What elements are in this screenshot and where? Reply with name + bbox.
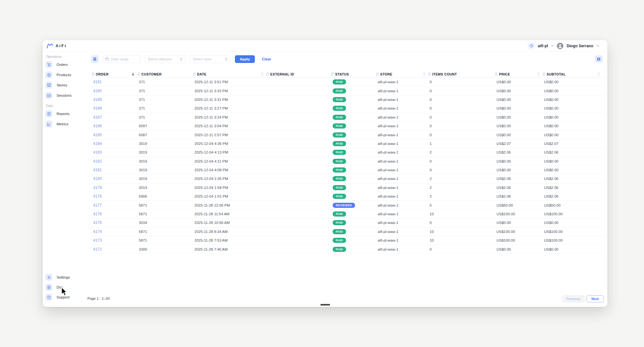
cell-date: 2025-12-11 3:31 PM	[192, 98, 265, 102]
order-link[interactable]: 4177	[93, 203, 102, 208]
org-selector[interactable]: aifi-pl	[538, 44, 548, 48]
scroll-indicator[interactable]	[320, 304, 330, 306]
cell-date: 2025-12-11 3:04 PM	[192, 124, 265, 128]
sidebar-item-settings[interactable]: Settings	[45, 274, 70, 281]
order-link[interactable]: 4188	[93, 106, 102, 111]
table-row[interactable]: 4181 3019 2025-12-04 4:08 PM PAID aifi-p…	[91, 166, 605, 174]
user-chevron-down-icon[interactable]	[596, 45, 599, 47]
sort-both-icon[interactable]	[537, 72, 540, 76]
previous-button[interactable]: Previous	[562, 295, 585, 302]
table-row[interactable]: 4185 6087 2025-12-11 2:57 PM PAID aifi-p…	[91, 130, 605, 139]
drag-handle-icon[interactable]	[542, 72, 545, 76]
cell-store: aifi-pl-waw-1	[375, 98, 427, 102]
drag-handle-icon[interactable]	[92, 72, 94, 76]
order-link[interactable]: 4185	[93, 133, 102, 137]
drag-handle-icon[interactable]	[266, 72, 269, 76]
order-link[interactable]: 4174	[93, 229, 102, 234]
drag-handle-icon[interactable]	[376, 72, 379, 76]
user-menu[interactable]: Diogo Serrano	[567, 44, 593, 48]
drag-handle-icon[interactable]	[331, 72, 334, 76]
order-link[interactable]: 4183	[93, 150, 102, 155]
sort-desc-icon[interactable]	[131, 72, 135, 76]
sort-both-icon[interactable]	[597, 72, 600, 76]
logo-text: AiFi	[56, 44, 67, 48]
column-settings-button[interactable]	[595, 55, 603, 63]
cell-customer: 3019	[137, 186, 192, 190]
order-link[interactable]: 4172	[93, 247, 102, 252]
cell-status: PAID	[330, 185, 375, 190]
sidebar-item-products[interactable]: Products	[45, 71, 91, 78]
table-row[interactable]: 4174 5871 2025-11-28 8:34 AM PAID aifi-p…	[91, 227, 605, 236]
order-link[interactable]: 4190	[93, 89, 102, 93]
order-link[interactable]: 4178	[93, 194, 102, 199]
drag-handle-icon[interactable]	[137, 72, 140, 76]
table-row[interactable]: 4187 371 2025-12-11 3:24 PM PAID aifi-pl…	[91, 113, 605, 122]
order-link[interactable]: 4176	[93, 212, 102, 216]
column-header[interactable]: DATE	[192, 72, 265, 76]
column-header[interactable]: PRICE	[494, 72, 542, 76]
next-button[interactable]: Next	[586, 295, 604, 302]
column-header[interactable]: EXTERNAL ID	[265, 72, 330, 76]
order-link[interactable]: 4186	[93, 124, 102, 128]
avatar[interactable]	[557, 43, 563, 49]
column-header[interactable]: STORE	[375, 72, 427, 76]
table-row[interactable]: 4183 3019 2025-12-04 4:13 PM PAID aifi-p…	[91, 148, 605, 157]
order-link[interactable]: 4184	[93, 141, 102, 146]
table-row[interactable]: 4179 3019 2025-12-04 1:58 PM PAID aifi-p…	[91, 183, 605, 192]
table-row[interactable]: 4176 5871 2025-11-28 11:54 AM PAID aifi-…	[91, 210, 605, 218]
cell-status: PAID	[330, 176, 375, 181]
drag-handle-icon[interactable]	[428, 72, 431, 76]
table-row[interactable]: 4182 3019 2025-12-04 4:11 PM PAID aifi-p…	[91, 157, 605, 166]
logo[interactable]: AiFi	[47, 43, 67, 49]
table-row[interactable]: 4178 5906 2025-12-04 1:01 PM PAID aifi-p…	[91, 192, 605, 201]
order-link[interactable]: 4187	[93, 115, 102, 120]
sort-both-icon[interactable]	[423, 72, 425, 76]
cell-store: aifi-pl-waw-1	[375, 133, 427, 137]
org-chevron-down-icon[interactable]	[551, 45, 554, 47]
clear-button[interactable]: Clear	[262, 57, 271, 61]
order-link[interactable]: 4181	[93, 168, 102, 172]
order-link[interactable]: 4175	[93, 220, 102, 225]
order-link[interactable]: 4180	[93, 176, 102, 181]
apply-button[interactable]: Apply	[235, 55, 255, 63]
order-link[interactable]: 4173	[93, 238, 102, 243]
table-row[interactable]: 4175 3034 2025-11-28 10:56 AM PAID aifi-…	[91, 218, 605, 227]
table-row[interactable]: 4173 5871 2025-11-28 7:53 AM PAID aifi-p…	[91, 236, 605, 245]
column-header[interactable]: ITEMS COUNT	[427, 72, 494, 76]
sort-both-icon[interactable]	[261, 72, 264, 76]
column-header[interactable]: STATUS	[330, 72, 375, 76]
table-row[interactable]: 4189 371 2025-12-11 3:31 PM PAID aifi-pl…	[91, 95, 605, 104]
statuses-select[interactable]: Select statuses	[145, 55, 185, 63]
column-header[interactable]: CUSTOMER	[137, 72, 192, 76]
sidebar-item-stores[interactable]: Stores	[45, 82, 91, 89]
cell-price: US$2.06	[494, 186, 542, 190]
drag-handle-icon[interactable]	[495, 72, 498, 76]
sidebar-item-reports[interactable]: Reports	[45, 110, 91, 117]
cell-subtotal: US$0.00	[542, 98, 602, 102]
column-header[interactable]: ORDER	[91, 72, 137, 76]
order-link[interactable]: 4179	[93, 185, 102, 190]
table-row[interactable]: 4180 3019 2025-12-04 2:35 PM PAID aifi-p…	[91, 174, 605, 183]
date-range-wrap	[103, 55, 140, 63]
order-link[interactable]: 4191	[93, 80, 102, 84]
history-clock-button[interactable]	[528, 43, 534, 49]
table-row[interactable]: 4172 3300 2025-11-28 7:40 AM PAID aifi-p…	[91, 245, 605, 254]
table-row[interactable]: 4184 3019 2025-12-04 4:36 PM PAID aifi-p…	[91, 139, 605, 148]
column-header[interactable]: SUBTOTAL	[542, 72, 602, 76]
sidebar-item-doc[interactable]: Doc	[45, 284, 70, 291]
table-row[interactable]: 4186 6097 2025-12-11 3:04 PM PAID aifi-p…	[91, 122, 605, 130]
sidebar-section-items: Reports Metrics	[45, 110, 91, 128]
order-link[interactable]: 4189	[93, 97, 102, 102]
filters-toggle-button[interactable]	[91, 55, 99, 63]
sidebar-item-metrics[interactable]: Metrics	[45, 120, 91, 128]
cell-subtotal: US$0.00	[542, 133, 602, 137]
table-row[interactable]: 4191 371 2025-12-11 3:51 PM PAID aifi-pl…	[91, 78, 605, 86]
table-row[interactable]: 4188 371 2025-12-11 3:27 PM PAID aifi-pl…	[91, 104, 605, 113]
table-row[interactable]: 4190 371 2025-12-11 3:33 PM PAID aifi-pl…	[91, 86, 605, 95]
sidebar-item-orders[interactable]: Orders	[45, 61, 91, 68]
sidebar-item-sessions[interactable]: Sessions	[45, 92, 91, 99]
order-link[interactable]: 4182	[93, 159, 102, 164]
store-select[interactable]: Select store	[190, 55, 230, 63]
drag-handle-icon[interactable]	[193, 72, 196, 76]
table-row[interactable]: 4177 5871 2025-11-28 12:06 PM REVIEWED a…	[91, 201, 605, 209]
